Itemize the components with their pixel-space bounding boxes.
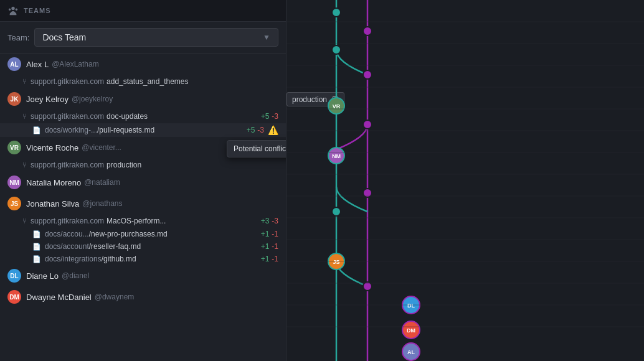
diff-plus: +3: [261, 217, 270, 225]
member-name: Natalia Moreno: [26, 178, 81, 187]
fork-icon: ⑂: [22, 217, 27, 225]
diff-minus: -1: [272, 255, 278, 263]
svg-point-3: [332, 45, 341, 54]
file-path: docs/working-...: [45, 126, 97, 134]
svg-point-6: [332, 207, 341, 216]
svg-point-2: [332, 8, 341, 17]
avatar: VR: [7, 141, 21, 154]
file-icon: 📄: [32, 126, 41, 134]
member-name: Jonathan Silva: [26, 199, 79, 209]
file-row: 📄 docs/account /reseller-faq.md +1 -1: [0, 240, 286, 253]
repo-row: ⑂ support.gitkraken.com add_status_and_t…: [0, 75, 286, 88]
member-row[interactable]: DL Diane Lo @dianel: [0, 265, 286, 286]
member-handle: @joeykelroy: [72, 95, 113, 103]
member-handle: @AlexLatham: [52, 60, 99, 68]
member-section-jonathan: JS Jonathan Silva @jonathans ⑂ support.g…: [0, 193, 286, 265]
diff-minus: -3: [272, 112, 278, 121]
svg-text:DL: DL: [407, 302, 415, 309]
member-handle: @vicenter...: [82, 143, 121, 152]
member-handle: @dianel: [62, 271, 89, 280]
warning-container: ⚠️ Potential conflicts: you also have ch…: [264, 125, 278, 135]
svg-text:JS: JS: [333, 259, 339, 265]
diff-plus: +1: [261, 230, 270, 238]
teams-title: TEAMS: [24, 7, 51, 14]
svg-text:DM: DM: [407, 327, 415, 334]
fork-icon: ⑂: [22, 77, 27, 86]
member-section-natalia: NM Natalia Moreno @nataliam: [0, 172, 286, 193]
file-path: docs/accou...: [45, 230, 89, 238]
member-name: Diane Lo: [26, 271, 59, 281]
file-row: 📄 docs/working-... /pull-requests.md +5 …: [0, 123, 286, 137]
team-dropdown[interactable]: Docs Team ▼: [34, 28, 278, 47]
avatar: NM: [7, 176, 21, 189]
warning-icon: ⚠️: [268, 125, 278, 135]
member-row[interactable]: JS Jonathan Silva @jonathans: [0, 193, 286, 214]
member-row[interactable]: NM Natalia Moreno @nataliam: [0, 172, 286, 193]
chevron-down-icon: ▼: [263, 33, 270, 42]
file-name: /pull-requests.md: [97, 126, 154, 134]
member-name: Dwayne McDaniel: [26, 293, 92, 302]
svg-point-10: [363, 120, 372, 129]
member-handle: @dwaynem: [95, 293, 135, 301]
team-list: AL Alex L @AlexLatham ⑂ support.gitkrake…: [0, 54, 286, 361]
file-row: 📄 docs/integrations /github.md +1 -1: [0, 253, 286, 265]
repo-name: support.gitkraken.com: [31, 217, 104, 225]
repo-name: support.gitkraken.com: [31, 161, 104, 169]
svg-point-9: [363, 70, 372, 79]
file-path: docs/integrations: [45, 255, 102, 263]
file-name: /github.md: [102, 255, 136, 263]
file-icon: 📄: [32, 230, 41, 238]
avatar: AL: [7, 57, 21, 71]
fork-icon: ⑂: [22, 112, 27, 121]
branch-name: MacOS-perform...: [107, 217, 166, 225]
svg-text:AL: AL: [407, 349, 415, 355]
avatar: DL: [7, 269, 21, 283]
repo-name: support.gitkraken.com: [31, 77, 104, 86]
repo-row: ⑂ support.gitkraken.com MacOS-perform...…: [0, 214, 286, 228]
member-section-diane: DL Diane Lo @dianel: [0, 265, 286, 286]
member-handle: @jonathans: [82, 199, 122, 208]
file-path: docs/account: [45, 242, 89, 251]
branch-name: doc-updates: [107, 112, 148, 121]
diff-plus: +1: [261, 242, 270, 251]
svg-text:NM: NM: [332, 153, 341, 159]
file-icon: 📄: [32, 255, 41, 263]
repo-row: ⑂ support.gitkraken.com production: [0, 158, 286, 172]
diff-minus: -1: [272, 230, 278, 238]
member-handle: @nataliam: [84, 178, 120, 187]
member-row[interactable]: DM Dwayne McDaniel @dwaynem: [0, 286, 286, 307]
member-section-joey: JK Joey Kelroy @joeykelroy ⑂ support.git…: [0, 88, 286, 137]
conflict-tooltip: Potential conflicts: you also have chang…: [227, 140, 286, 157]
team-selector: Team: Docs Team ▼: [0, 22, 286, 54]
file-row: 📄 docs/accou... /new-pro-purchases.md +1…: [0, 228, 286, 240]
branch-name: production: [107, 161, 141, 169]
branch-name: add_status_and_themes: [107, 77, 188, 86]
right-panel: production 🖥 VR NM JS: [286, 0, 644, 361]
diff-minus: -3: [272, 217, 278, 225]
repo-name: support.gitkraken.com: [31, 112, 104, 121]
diff-plus: +5: [261, 112, 270, 121]
member-name: Alex L: [26, 60, 49, 69]
member-section-alex: AL Alex L @AlexLatham ⑂ support.gitkrake…: [0, 54, 286, 88]
left-panel: TEAMS Team: Docs Team ▼ AL Alex L @AlexL…: [0, 0, 286, 361]
team-dropdown-name: Docs Team: [42, 32, 86, 42]
member-name: Joey Kelroy: [26, 95, 69, 104]
diff-minus: -1: [272, 242, 278, 251]
fork-icon: ⑂: [22, 161, 27, 169]
file-name: /reseller-faq.md: [89, 242, 141, 251]
diff-plus: +5: [247, 126, 255, 134]
git-graph: VR NM JS DL DM AL: [286, 0, 644, 361]
svg-point-8: [363, 27, 372, 35]
avatar: JS: [7, 197, 21, 210]
member-row[interactable]: AL Alex L @AlexLatham: [0, 54, 286, 75]
file-name: /new-pro-purchases.md: [89, 230, 168, 238]
member-name: Vicente Roche: [26, 143, 78, 152]
teams-header: TEAMS: [0, 0, 286, 22]
member-row[interactable]: JK Joey Kelroy @joeykelroy: [0, 88, 286, 110]
team-prefix-label: Team:: [7, 33, 29, 42]
avatar: DM: [7, 290, 21, 304]
member-section-dwayne: DM Dwayne McDaniel @dwaynem: [0, 286, 286, 307]
diff-plus: +1: [261, 255, 270, 263]
teams-icon: [7, 5, 19, 16]
file-icon: 📄: [32, 243, 41, 251]
